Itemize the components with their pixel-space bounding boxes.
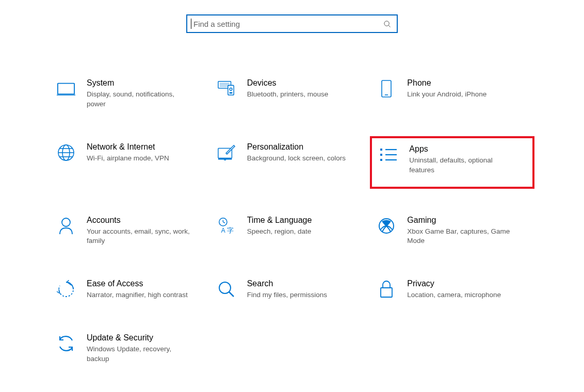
tile-desc: Uninstall, defaults, optional features <box>409 156 517 175</box>
svg-rect-2 <box>58 84 74 94</box>
tile-desc: Link your Android, iPhone <box>407 90 515 100</box>
category-grid: System Display, sound, notifications, po… <box>0 74 584 368</box>
tile-system[interactable]: System Display, sound, notifications, po… <box>52 74 212 113</box>
svg-point-27 <box>62 218 70 226</box>
svg-rect-21 <box>380 149 382 151</box>
svg-rect-22 <box>380 154 382 156</box>
accounts-icon <box>57 217 75 235</box>
tile-text: Network & Internet Wi-Fi, airplane mode,… <box>87 142 207 164</box>
tile-text: Time & Language Speech, region, date <box>247 216 367 237</box>
svg-line-1 <box>388 25 390 27</box>
tile-text: Personalization Background, lock screen,… <box>247 142 367 164</box>
tile-desc: Xbox Game Bar, captures, Game Mode <box>407 227 515 247</box>
tile-title: Personalization <box>247 142 367 152</box>
gaming-icon <box>377 217 396 235</box>
personalization-icon <box>217 143 236 162</box>
tile-desc: Location, camera, microphone <box>407 290 515 300</box>
tile-desc: Speech, region, date <box>247 227 355 237</box>
tile-title: Privacy <box>407 279 527 288</box>
svg-rect-36 <box>381 288 392 297</box>
tile-apps[interactable]: Apps Uninstall, defaults, optional featu… <box>370 136 534 189</box>
svg-line-30 <box>223 222 225 223</box>
tile-title: Ease of Access <box>87 279 207 288</box>
tile-devices[interactable]: Devices Bluetooth, printers, mouse <box>212 74 372 113</box>
tile-accounts[interactable]: Accounts Your accounts, email, sync, wor… <box>52 211 212 251</box>
tile-title: Time & Language <box>247 216 367 225</box>
apps-icon <box>379 145 398 164</box>
search-container <box>0 14 584 33</box>
tile-title: Search <box>247 279 367 288</box>
tile-title: Accounts <box>87 216 207 225</box>
tile-desc: Wi-Fi, airplane mode, VPN <box>87 154 195 164</box>
tile-title: Network & Internet <box>87 142 207 152</box>
tile-text: Privacy Location, camera, microphone <box>407 279 527 300</box>
time-language-icon: A 字 <box>217 217 236 235</box>
tile-title: System <box>87 78 207 88</box>
search-category-icon <box>217 280 236 299</box>
search-input[interactable] <box>192 19 382 29</box>
svg-point-0 <box>384 21 388 25</box>
tile-text: Devices Bluetooth, printers, mouse <box>247 78 367 100</box>
tile-title: Gaming <box>407 216 527 225</box>
tile-text: Phone Link your Android, iPhone <box>407 78 527 100</box>
tile-time-language[interactable]: A 字 Time & Language Speech, region, date <box>212 211 372 251</box>
tile-text: System Display, sound, notifications, po… <box>87 78 207 109</box>
search-icon <box>382 19 392 28</box>
tile-title: Phone <box>407 78 527 88</box>
svg-rect-23 <box>380 159 382 161</box>
tile-text: Search Find my files, permissions <box>247 279 367 300</box>
svg-rect-10 <box>229 92 232 94</box>
tile-title: Update & Security <box>87 333 207 342</box>
update-security-icon <box>57 334 75 353</box>
system-icon <box>57 79 75 98</box>
tile-title: Devices <box>247 78 367 88</box>
svg-text:字: 字 <box>227 226 234 234</box>
tile-update-security[interactable]: Update & Security Windows Update, recove… <box>52 329 212 368</box>
settings-home: System Display, sound, notifications, po… <box>0 14 584 368</box>
tile-desc: Display, sound, notifications, power <box>87 90 195 109</box>
tile-network[interactable]: Network & Internet Wi-Fi, airplane mode,… <box>52 138 212 187</box>
tile-desc: Your accounts, email, sync, work, family <box>87 227 195 247</box>
tile-text: Ease of Access Narrator, magnifier, high… <box>87 279 207 300</box>
tile-desc: Background, lock screen, colors <box>247 154 355 164</box>
search-box[interactable] <box>186 14 398 33</box>
phone-icon <box>377 79 396 98</box>
ease-of-access-icon <box>57 280 75 299</box>
network-icon <box>57 143 75 162</box>
tile-text: Gaming Xbox Game Bar, captures, Game Mod… <box>407 216 527 247</box>
tile-desc: Find my files, permissions <box>247 290 355 300</box>
tile-desc: Windows Update, recovery, backup <box>87 345 195 364</box>
svg-point-34 <box>219 282 231 293</box>
tile-desc: Bluetooth, printers, mouse <box>247 90 355 100</box>
tile-gaming[interactable]: Gaming Xbox Game Bar, captures, Game Mod… <box>372 211 532 251</box>
tile-privacy[interactable]: Privacy Location, camera, microphone <box>372 275 532 304</box>
tile-phone[interactable]: Phone Link your Android, iPhone <box>372 74 532 113</box>
tile-text: Update & Security Windows Update, recove… <box>87 333 207 364</box>
tile-text: Apps Uninstall, defaults, optional featu… <box>409 144 525 175</box>
tile-text: Accounts Your accounts, email, sync, wor… <box>87 216 207 247</box>
tile-personalization[interactable]: Personalization Background, lock screen,… <box>212 138 372 187</box>
tile-ease-of-access[interactable]: Ease of Access Narrator, magnifier, high… <box>52 275 212 304</box>
privacy-icon <box>377 280 396 299</box>
svg-text:A: A <box>221 227 225 234</box>
devices-icon <box>217 79 236 98</box>
tile-search[interactable]: Search Find my files, permissions <box>212 275 372 304</box>
svg-rect-11 <box>382 80 391 97</box>
text-cursor <box>191 19 191 29</box>
svg-line-35 <box>229 292 234 297</box>
tile-title: Apps <box>409 144 525 154</box>
tile-desc: Narrator, magnifier, high contrast <box>87 290 195 300</box>
